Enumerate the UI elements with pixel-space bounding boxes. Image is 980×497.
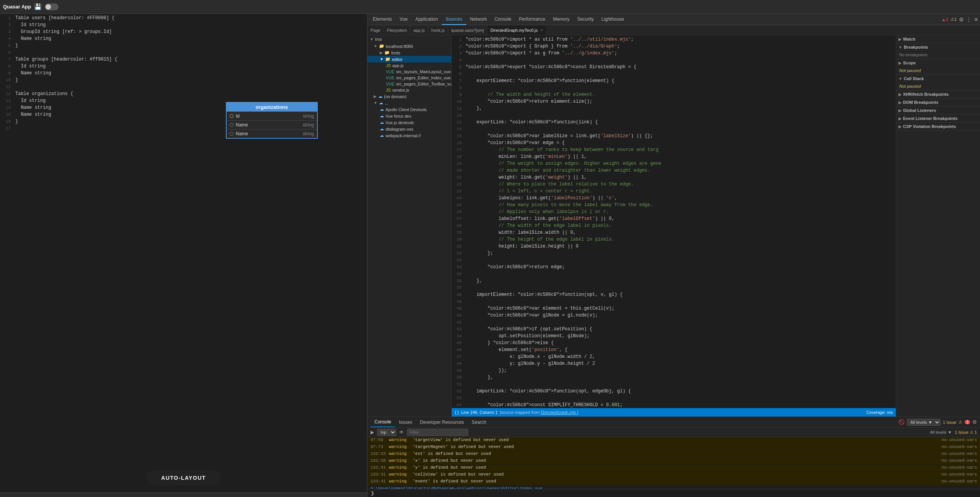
event-label: Event Listener Breakpoints — [903, 116, 957, 121]
tree-editortoolbar-label: src_pages_Editor_Toolbar_vue.js — [396, 82, 452, 86]
dock-icon[interactable]: ⋮ — [966, 16, 972, 23]
tree-webpack[interactable]: ☁ webpack-internal:// — [368, 132, 451, 139]
vendor-icon: JS — [386, 88, 391, 92]
code-line: 26 // Applies only when labelpos is l or… — [452, 209, 896, 216]
tab-vue[interactable]: Vue — [396, 14, 412, 25]
bottom-tab-devresources[interactable]: Developer Resources — [416, 417, 468, 427]
filetab-appjs[interactable]: app.js — [410, 25, 428, 35]
dom-chevron-icon: ▶ — [898, 100, 902, 105]
debugger-panel: ▶ Watch ▼ Breakpoints No breakpoints — [896, 35, 980, 417]
tab-application[interactable]: Application — [412, 14, 442, 25]
watch-header[interactable]: ▶ Watch — [896, 35, 980, 43]
breakpoints-section: ▼ Breakpoints No breakpoints — [896, 43, 980, 59]
code-line: 34 "color:#c586c0">return edge; — [452, 264, 896, 271]
code-line: 41 "color:#c586c0">var glNode = gl.node(… — [452, 313, 896, 320]
code-line: 8 — [452, 85, 896, 92]
code-line: 45 } "color:#c586c0">else { — [452, 340, 896, 347]
close-devtools-icon[interactable]: ✕ — [974, 16, 978, 23]
tab-elements[interactable]: Elements — [369, 14, 396, 25]
eye-icon[interactable]: 👁 — [399, 430, 404, 435]
tree-editor[interactable]: ▼ 📁 editor — [368, 56, 451, 62]
scope-header[interactable]: ▶ Scope — [896, 59, 980, 67]
filter-input[interactable] — [407, 429, 468, 436]
code-status-bar: { } Line 246, Column 1 [source mapped fr… — [452, 408, 896, 417]
console-execute-icon[interactable]: ▶ — [371, 430, 374, 435]
tree-ellipsis[interactable]: ▼ ☁ ... — [368, 100, 451, 106]
left-code-line: 2 Id string — [0, 22, 367, 29]
left-code-line: 1Table users [headercolor: #FF0000] { — [0, 15, 367, 22]
theme-toggle[interactable] — [45, 3, 59, 10]
filetab-directedgraph[interactable]: DirectedGraph.myTec0.js ✕ — [487, 25, 547, 35]
console-line: 132:33warning'evt' is defined but never … — [368, 451, 980, 458]
console-level-select[interactable]: All levels ▼ — [907, 419, 941, 426]
filetab-close-icon[interactable]: ✕ — [540, 28, 543, 32]
horizontal-scrollbar[interactable] — [0, 492, 367, 497]
console-settings-icon[interactable]: ⚙ — [972, 419, 977, 425]
tree-appjs[interactable]: JS app.js — [368, 62, 451, 69]
tree-root[interactable]: ▼ bvp — [368, 35, 451, 43]
console-top-select[interactable]: top — [377, 429, 396, 436]
bottom-tab-issues[interactable]: Issues — [395, 417, 416, 427]
dom-section: ▶ DOM Breakpoints — [896, 98, 980, 107]
scope-section: ▶ Scope Not paused — [896, 59, 980, 75]
global-header[interactable]: ▶ Global Listeners — [896, 107, 980, 114]
scope-not-paused: Not paused — [899, 68, 921, 73]
xhr-section: ▶ XHR/fetch Breakpoints — [896, 90, 980, 98]
tree-editorindex[interactable]: VUE src_pages_Editor_Index_vue.js — [368, 75, 451, 81]
code-line: 6 — [452, 71, 896, 78]
tree-mainlayout[interactable]: VUE src_layouts_MainLayout_vue.js — [368, 69, 451, 75]
bottom-panel: Console Issues Developer Resources Searc… — [368, 417, 980, 497]
breakpoints-label: Breakpoints — [904, 45, 928, 49]
console-clear-icon[interactable]: 🚫 — [898, 419, 905, 425]
console-output: 97:59warning'targetView' is defined but … — [368, 437, 980, 489]
dom-header[interactable]: ▶ DOM Breakpoints — [896, 98, 980, 106]
tab-security[interactable]: Security — [573, 14, 598, 25]
tab-memory[interactable]: Memory — [549, 14, 573, 25]
code-line: 49 }); — [452, 368, 896, 375]
status-file-link[interactable]: DirectedGraph.mjs — [541, 410, 577, 415]
tree-nodomain[interactable]: ▶ ☁ (no domain) — [368, 93, 451, 100]
bottom-tab-search[interactable]: Search — [468, 417, 490, 427]
filetab-hookjs[interactable]: hook.js — [428, 25, 448, 35]
tab-sources[interactable]: Sources — [442, 14, 466, 25]
apollo-icon: ☁ — [380, 107, 384, 112]
filetab-filesystem[interactable]: Filesystem — [384, 25, 411, 35]
tree-dbdiagram[interactable]: ☁ dbdiagram-oss — [368, 126, 451, 132]
tree-apollo[interactable]: ☁ Apollo Client Devtools — [368, 106, 451, 113]
tree-vueforce[interactable]: ☁ Vue force dev — [368, 113, 451, 119]
filetab-page[interactable]: Page — [368, 25, 384, 35]
tab-performance[interactable]: Performance — [515, 14, 549, 25]
status-source-mapped: [source mapped from DirectedGraph.mjs ] — [500, 410, 578, 415]
console-input[interactable] — [377, 491, 977, 495]
filetab-directedgraph-label: DirectedGraph.myTec0.js — [490, 28, 538, 33]
tree-editortoolbar[interactable]: VUE src_pages_Editor_Toolbar_vue.js — [368, 81, 451, 87]
webpack-icon: ☁ — [380, 133, 384, 138]
callstack-header[interactable]: ▼ Call Stack — [896, 75, 980, 82]
chevron-down-icon: ▼ — [374, 44, 377, 48]
code-line: 38 importElement: "color:#c586c0">functi… — [452, 292, 896, 299]
tree-vuejs[interactable]: ☁ Vue.js devtools — [368, 119, 451, 126]
code-line: 25 // How many pixels to move the label … — [452, 202, 896, 209]
save-icon[interactable]: 💾 — [34, 3, 42, 10]
tab-network[interactable]: Network — [466, 14, 491, 25]
breakpoints-header[interactable]: ▼ Breakpoints — [896, 43, 980, 51]
code-line: 11 }, — [452, 106, 896, 113]
code-line: 39 — [452, 299, 896, 306]
event-header[interactable]: ▶ Event Listener Breakpoints — [896, 115, 980, 122]
tree-vendor-label: vendor.js — [392, 88, 409, 92]
tab-console[interactable]: Console — [491, 14, 515, 25]
tree-fonts[interactable]: ▶ 📁 fonts — [368, 49, 451, 56]
auto-layout-button[interactable]: AUTO-LAYOUT — [146, 470, 221, 486]
code-line: 27 labeloffset: link.get('labelOffset') … — [452, 216, 896, 223]
tab-lighthouse[interactable]: Lighthouse — [598, 14, 628, 25]
settings-icon[interactable]: ⚙ — [959, 16, 964, 23]
diagram-row: Namestring — [227, 120, 317, 129]
tree-vendor[interactable]: JS vendor.js — [368, 87, 451, 93]
csp-header[interactable]: ▶ CSP Violation Breakpoints — [896, 123, 980, 130]
bottom-tab-console[interactable]: Console — [371, 417, 395, 427]
tree-localhost[interactable]: ▼ 📁 localhost:8080 — [368, 43, 451, 49]
filetab-quasar-sass[interactable]: quasar.sass?[sm] — [448, 25, 487, 35]
xhr-header[interactable]: ▶ XHR/fetch Breakpoints — [896, 90, 980, 98]
global-label: Global Listeners — [903, 108, 936, 113]
code-line: 14 — [452, 126, 896, 133]
